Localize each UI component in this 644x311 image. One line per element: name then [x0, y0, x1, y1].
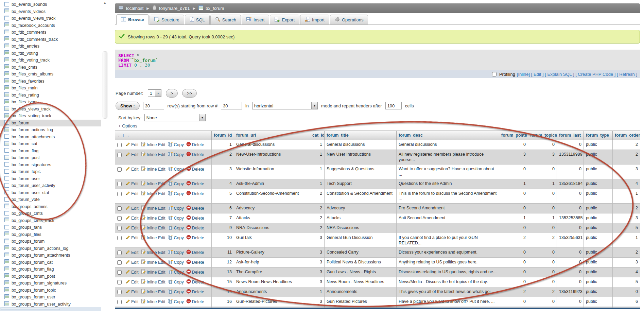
sidebar-item-bx_forum_actions_log[interactable]: bx_forum_actions_log — [0, 126, 101, 134]
sidebar-item-bx_fdb_voting_track[interactable]: bx_fdb_voting_track — [0, 57, 101, 64]
show-button[interactable]: Show : — [116, 102, 140, 110]
query-link[interactable]: [ Refresh ] — [617, 72, 637, 77]
sidebar-item-bx_groups_cmts[interactable]: bx_groups_cmts — [0, 210, 101, 217]
column-header-forum_type[interactable]: forum_type — [584, 131, 613, 140]
sidebar-item-bx_files_rating[interactable]: bx_files_rating — [0, 92, 101, 99]
edit-link[interactable]: Edit — [125, 191, 139, 197]
options-toggle[interactable]: + Options — [118, 123, 137, 128]
inline-edit-link[interactable]: Inline Edit — [141, 299, 166, 305]
splitter-grip-icon[interactable] — [105, 84, 107, 86]
inline-edit-link[interactable]: Inline Edit — [141, 279, 166, 285]
row-checkbox[interactable] — [117, 143, 122, 147]
column-header-forum_id[interactable]: forum_id — [212, 131, 234, 140]
edit-link[interactable]: Edit — [125, 249, 139, 256]
row-checkbox[interactable] — [117, 216, 122, 221]
sidebar-item-bx_forum_cat[interactable]: bx_forum_cat — [0, 140, 101, 148]
sidebar-item-bx_groups_forum_post[interactable]: bx_groups_forum_post — [0, 273, 101, 280]
inline-edit-link[interactable]: Inline Edit — [141, 205, 166, 211]
edit-link[interactable]: Edit — [125, 205, 139, 211]
copy-link[interactable]: Copy — [168, 181, 184, 187]
mode-select[interactable]: horizontal▼ — [252, 102, 318, 109]
page-number-select[interactable]: 1▼ — [148, 89, 161, 97]
copy-link[interactable]: Copy — [168, 152, 184, 158]
row-checkbox[interactable] — [117, 270, 122, 275]
edit-link[interactable]: Edit — [125, 259, 139, 265]
inline-edit-link[interactable]: Inline Edit — [141, 259, 166, 265]
sidebar-item-bx_groups_forum_user_activity[interactable]: bx_groups_forum_user_activity — [0, 301, 101, 308]
tab-import[interactable]: Import — [300, 15, 329, 24]
inline-edit-link[interactable]: Inline Edit — [141, 215, 166, 221]
copy-link[interactable]: Copy — [168, 191, 184, 197]
sidebar-item-bx_groups_forum_attachments[interactable]: bx_groups_forum_attachments — [0, 252, 101, 259]
sidebar-item-bx_groups_forum_actions_log[interactable]: bx_groups_forum_actions_log — [0, 245, 101, 252]
copy-link[interactable]: Copy — [168, 142, 184, 148]
delete-link[interactable]: Delete — [186, 289, 204, 295]
sidebar-hscroll-thumb[interactable] — [1, 308, 60, 310]
breadcrumb-table[interactable]: bx_forum — [206, 6, 224, 11]
inline-edit-link[interactable]: Inline Edit — [141, 166, 166, 172]
sidebar-item-bx_forum_flag[interactable]: bx_forum_flag — [0, 148, 101, 155]
inline-edit-link[interactable]: Inline Edit — [141, 289, 166, 295]
row-checkbox[interactable] — [117, 153, 122, 157]
sidebar-item-bx_fdb_entries[interactable]: bx_fdb_entries — [0, 43, 101, 50]
copy-link[interactable]: Copy — [168, 279, 184, 285]
sidebar-item-bx_groups_fans[interactable]: bx_groups_fans — [0, 224, 101, 231]
delete-link[interactable]: Delete — [186, 299, 204, 305]
sidebar-item-bx_forum_user_activity[interactable]: bx_forum_user_activity — [0, 182, 101, 189]
sidebar-item-bx_files_main[interactable]: bx_files_main — [0, 85, 101, 92]
edit-link[interactable]: Edit — [125, 142, 139, 148]
column-header-forum_order[interactable]: forum_order — [613, 131, 640, 140]
query-link[interactable]: [ Explain SQL ] — [545, 72, 574, 77]
scroll-up-icon[interactable]: ▲ — [103, 1, 106, 4]
row-checkbox[interactable] — [117, 280, 122, 284]
sidebar-item-bx_forum_signatures[interactable]: bx_forum_signatures — [0, 161, 101, 169]
next-page-button[interactable]: > — [166, 89, 178, 98]
sidebar-horizontal-scrollbar[interactable] — [0, 307, 101, 311]
query-link[interactable]: [ Create PHP Code ] — [575, 72, 615, 77]
delete-link[interactable]: Delete — [186, 225, 204, 231]
sidebar-item-bx_files_types[interactable]: bx_files_types — [0, 99, 101, 106]
sidebar-item-bx_events_views_track[interactable]: bx_events_views_track — [0, 15, 101, 22]
copy-link[interactable]: Copy — [168, 215, 184, 221]
sidebar-item-bx_files_views_track[interactable]: bx_files_views_track — [0, 106, 101, 113]
delete-link[interactable]: Delete — [186, 215, 204, 221]
copy-link[interactable]: Copy — [168, 235, 184, 241]
tab-operations[interactable]: Operations — [330, 15, 368, 24]
delete-link[interactable]: Delete — [186, 191, 204, 197]
delete-link[interactable]: Delete — [186, 259, 204, 265]
row-checkbox[interactable] — [117, 260, 122, 265]
repeat-cells-input[interactable] — [385, 102, 402, 109]
sidebar-item-bx_forum_post[interactable]: bx_forum_post — [0, 154, 101, 161]
edit-link[interactable]: Edit — [125, 215, 139, 221]
sidebar-item-bx_forum_vote[interactable]: bx_forum_vote — [0, 196, 101, 203]
sidebar-item-bx_fdb_voting[interactable]: bx_fdb_voting — [0, 50, 101, 57]
start-row-input[interactable] — [221, 102, 242, 109]
sidebar-item-bx_files_cmts_albums[interactable]: bx_files_cmts_albums — [0, 71, 101, 78]
breadcrumb-server[interactable]: localhost — [126, 6, 143, 11]
query-link[interactable]: [ Edit ] — [531, 72, 544, 77]
delete-link[interactable]: Delete — [186, 205, 204, 211]
edit-link[interactable]: Edit — [125, 279, 139, 285]
row-checkbox[interactable] — [117, 182, 122, 186]
delete-link[interactable]: Delete — [186, 235, 204, 241]
sidebar-item-bx_forum_attachments[interactable]: bx_forum_attachments — [0, 134, 101, 141]
edit-link[interactable]: Edit — [125, 181, 139, 187]
rows-count-input[interactable] — [143, 102, 164, 109]
sidebar-item-bx_events_videos[interactable]: bx_events_videos — [0, 8, 101, 15]
tab-structure[interactable]: Structure — [150, 15, 184, 24]
inline-edit-link[interactable]: Inline Edit — [141, 249, 166, 256]
sidebar-item-bx_groups_files[interactable]: bx_groups_files — [0, 231, 101, 238]
sidebar-item-bx_groups_cmts_track[interactable]: bx_groups_cmts_track — [0, 217, 101, 224]
sidebar-scrollbar[interactable]: ▲ — [102, 0, 109, 311]
tab-sql[interactable]: SQL — [185, 15, 210, 24]
sidebar-item-bx_fdb_comments_track[interactable]: bx_fdb_comments_track — [0, 36, 101, 43]
copy-link[interactable]: Copy — [168, 269, 184, 275]
copy-link[interactable]: Copy — [168, 289, 184, 295]
sidebar-item-bx_groups_forum_user[interactable]: bx_groups_forum_user — [0, 294, 101, 301]
row-checkbox[interactable] — [117, 236, 122, 240]
row-checkbox[interactable] — [117, 226, 122, 230]
column-header-forum_title[interactable]: forum_title — [325, 131, 397, 140]
row-checkbox[interactable] — [117, 250, 122, 255]
edit-link[interactable]: Edit — [125, 225, 139, 231]
profiling-checkbox[interactable] — [492, 72, 497, 76]
